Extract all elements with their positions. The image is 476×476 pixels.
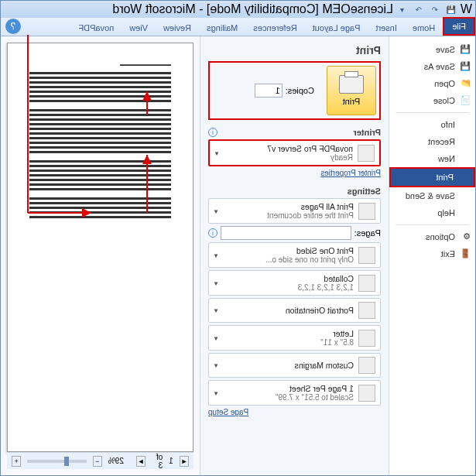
print-preview: ▬▬▬▬▬▬▬▬▬▬▬ ◄ 1 of 3 ► 29% − + xyxy=(1,36,200,475)
nav-recent[interactable]: Recent xyxy=(389,133,475,150)
nav-save-send[interactable]: Save & Send xyxy=(389,187,475,204)
nav-help[interactable]: Help xyxy=(389,204,475,221)
nav-options[interactable]: ⚙Options xyxy=(389,228,475,245)
paper-icon xyxy=(358,330,375,347)
window-title: LicenseOEM [Compatibility Mode] - Micros… xyxy=(112,2,392,16)
zoom-slider[interactable] xyxy=(27,460,86,463)
zoom-level: 29% xyxy=(108,457,124,465)
zoom-in-button[interactable]: + xyxy=(12,456,21,467)
paper-select[interactable]: Letter8.5" x 11" ▼ xyxy=(208,325,381,351)
close-icon: 📄 xyxy=(460,95,471,106)
qat-more-icon[interactable]: ▾ xyxy=(396,2,409,16)
nav-print[interactable]: Print xyxy=(389,167,475,187)
info-icon[interactable]: i xyxy=(208,128,217,137)
ribbon-tabs: File Home Insert Page Layout References … xyxy=(1,18,475,36)
chevron-down-icon: ▼ xyxy=(214,149,220,156)
page-setup-link[interactable]: Page Setup xyxy=(208,408,248,416)
undo-icon[interactable]: ↶ xyxy=(428,2,442,16)
chevron-down-icon: ▼ xyxy=(213,389,219,396)
margins-icon xyxy=(358,357,375,374)
preview-status-bar: ◄ 1 of 3 ► 29% − + xyxy=(7,452,193,469)
tab-view[interactable]: View xyxy=(122,20,156,36)
orientation-icon xyxy=(358,302,375,319)
copies-label: Copies: xyxy=(286,86,314,95)
printer-properties-link[interactable]: Printer Properties xyxy=(208,169,381,177)
collate-select[interactable]: Collated1,2,3 1,2,3 1,2,3 ▼ xyxy=(208,270,381,296)
info-icon[interactable]: i xyxy=(208,228,217,238)
zoom-out-button[interactable]: − xyxy=(93,456,102,467)
pages-label: Pages: xyxy=(354,228,381,238)
pages-input[interactable] xyxy=(221,226,351,240)
chevron-down-icon: ▼ xyxy=(213,279,219,286)
margins-select[interactable]: Custom Margins ▼ xyxy=(208,353,381,378)
print-button[interactable]: Print xyxy=(327,66,376,115)
word-icon: W xyxy=(461,2,472,16)
tab-references[interactable]: References xyxy=(245,20,304,36)
next-page-button[interactable]: ► xyxy=(136,456,146,467)
tab-page-layout[interactable]: Page Layout xyxy=(305,20,368,36)
pages-icon xyxy=(358,203,375,220)
collate-icon xyxy=(358,275,375,292)
tab-insert[interactable]: Insert xyxy=(368,20,405,36)
backstage-nav: 💾Save 💾Save As 📂Open 📄Close Info Recent … xyxy=(389,36,475,475)
tab-home[interactable]: Home xyxy=(405,20,443,36)
quick-access-toolbar: W 💾 ↶ ↷ ▾ LicenseOEM [Compatibility Mode… xyxy=(1,1,475,18)
tab-novapdf[interactable]: novaPDF xyxy=(70,20,122,36)
help-icon[interactable]: ? xyxy=(5,19,21,34)
orientation-select[interactable]: Portrait Orientation ▼ xyxy=(208,298,381,323)
save-as-icon: 💾 xyxy=(460,61,471,72)
sided-select[interactable]: Print One SidedOnly print on one side o.… xyxy=(208,242,381,268)
tab-file[interactable]: File xyxy=(443,17,475,36)
redo-icon[interactable]: ↷ xyxy=(412,2,426,16)
print-range-select[interactable]: Print All PagesPrint the entire document… xyxy=(208,198,381,224)
preview-page: ▬▬▬▬▬▬▬▬▬▬▬ xyxy=(7,43,193,452)
printer-heading: Printer xyxy=(354,128,381,137)
save-icon: 💾 xyxy=(460,44,471,55)
printer-device-icon xyxy=(358,145,375,162)
printer-select[interactable]: novaPDF Pro Server v7Ready ▼ xyxy=(208,139,381,166)
page-of: of 3 xyxy=(152,453,163,470)
nav-exit[interactable]: 🚪Exit xyxy=(389,245,475,262)
nav-close[interactable]: 📄Close xyxy=(389,92,475,109)
chevron-down-icon: ▼ xyxy=(213,334,219,341)
chevron-down-icon: ▼ xyxy=(213,307,219,314)
nav-new[interactable]: New xyxy=(389,150,475,167)
sheet-icon xyxy=(358,385,375,402)
tab-review[interactable]: Review xyxy=(156,20,199,36)
chevron-down-icon: ▼ xyxy=(213,252,219,259)
open-icon: 📂 xyxy=(460,78,471,89)
sided-icon xyxy=(358,247,375,264)
exit-icon: 🚪 xyxy=(460,248,471,259)
nav-save-as[interactable]: 💾Save As xyxy=(389,58,475,75)
chevron-down-icon: ▼ xyxy=(213,362,219,369)
print-heading: Print xyxy=(208,44,381,57)
copies-input[interactable] xyxy=(255,84,283,98)
settings-heading: Settings xyxy=(348,187,381,196)
prev-page-button[interactable]: ◄ xyxy=(180,456,189,467)
nav-save[interactable]: 💾Save xyxy=(389,41,475,58)
nav-info[interactable]: Info xyxy=(389,116,475,133)
nav-open[interactable]: 📂Open xyxy=(389,75,475,92)
page-number: 1 xyxy=(169,457,173,465)
save-icon[interactable]: 💾 xyxy=(444,2,458,16)
print-panel: Print Print Copies: Printeri novaPDF Pro… xyxy=(200,36,389,475)
printer-icon xyxy=(339,75,364,94)
chevron-down-icon: ▼ xyxy=(213,207,219,214)
tab-mailings[interactable]: Mailings xyxy=(199,20,245,36)
options-icon: ⚙ xyxy=(460,231,471,242)
pages-per-sheet-select[interactable]: 1 Page Per SheetScaled to 5.51" x 7.99" … xyxy=(208,380,381,406)
